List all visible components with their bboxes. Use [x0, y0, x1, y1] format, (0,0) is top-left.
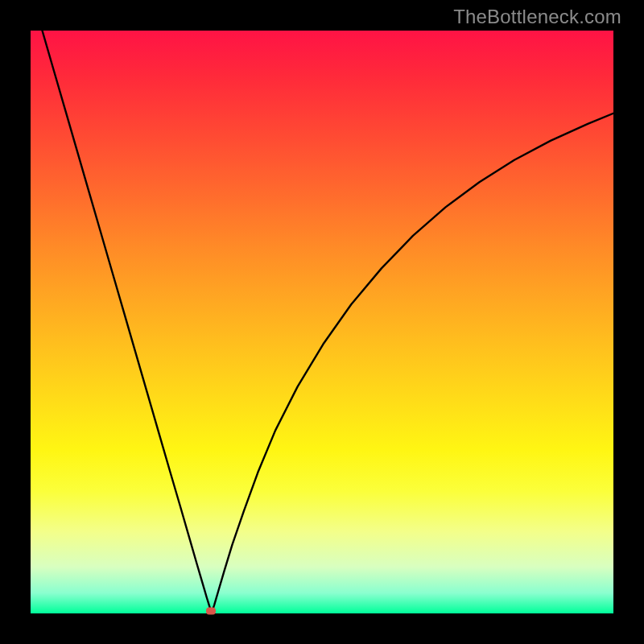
watermark-text: TheBottleneck.com — [453, 6, 621, 28]
curve-layer — [31, 31, 613, 613]
chart-frame: TheBottleneck.com — [0, 0, 644, 644]
bottleneck-curve — [42, 31, 613, 613]
plot-area — [31, 31, 613, 613]
optimal-point-marker — [206, 608, 216, 615]
